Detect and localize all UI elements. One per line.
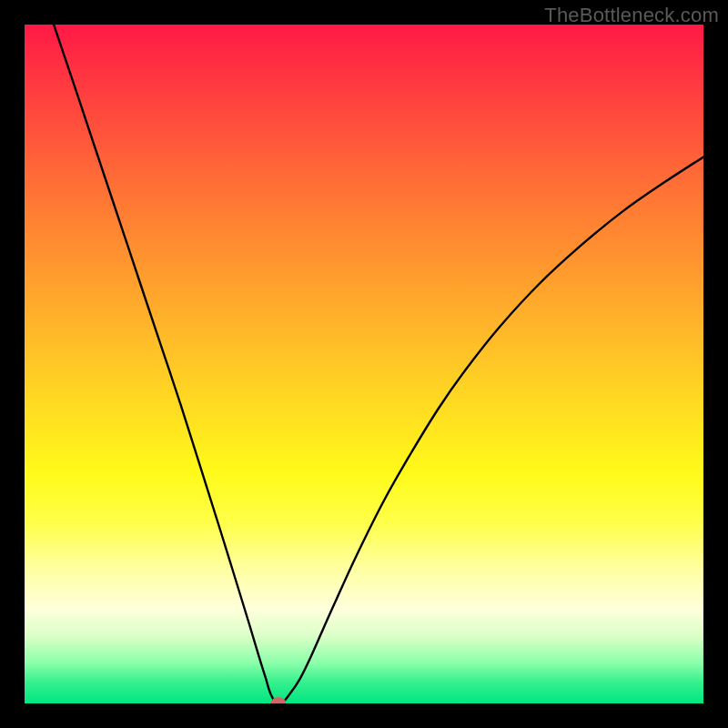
- optimal-point-marker: [271, 697, 286, 704]
- bottleneck-curve: [54, 25, 703, 703]
- attribution-text: TheBottleneck.com: [544, 4, 719, 27]
- plot-area: [25, 25, 703, 703]
- curve-svg: [25, 25, 703, 703]
